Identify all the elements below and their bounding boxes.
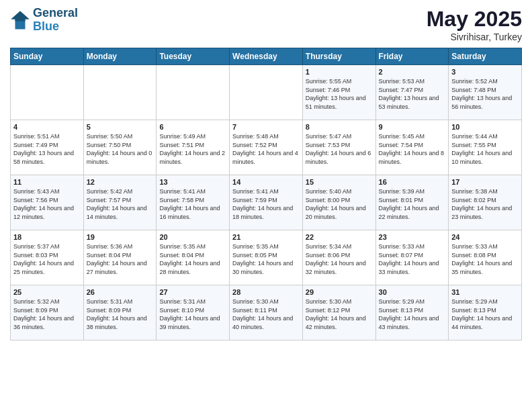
calendar-cell: 20Sunrise: 5:35 AMSunset: 8:04 PMDayligh…	[157, 230, 230, 285]
calendar-cell: 29Sunrise: 5:30 AMSunset: 8:12 PMDayligh…	[302, 285, 375, 340]
header-row: Sunday Monday Tuesday Wednesday Thursday…	[11, 48, 522, 65]
day-info: Sunrise: 5:35 AMSunset: 8:05 PMDaylight:…	[232, 242, 300, 276]
day-number: 5	[87, 123, 154, 131]
day-info: Sunrise: 5:48 AMSunset: 7:52 PMDaylight:…	[232, 132, 300, 166]
calendar-cell: 4Sunrise: 5:51 AMSunset: 7:49 PMDaylight…	[11, 120, 84, 175]
day-number: 4	[13, 123, 81, 131]
day-number: 11	[13, 178, 81, 186]
day-info: Sunrise: 5:51 AMSunset: 7:49 PMDaylight:…	[13, 132, 81, 166]
day-info: Sunrise: 5:38 AMSunset: 8:02 PMDaylight:…	[451, 187, 519, 221]
week-row-2: 4Sunrise: 5:51 AMSunset: 7:49 PMDaylight…	[11, 120, 522, 175]
week-row-1: 1Sunrise: 5:55 AMSunset: 7:46 PMDaylight…	[11, 65, 522, 120]
calendar-cell: 24Sunrise: 5:33 AMSunset: 8:08 PMDayligh…	[449, 230, 522, 285]
day-info: Sunrise: 5:36 AMSunset: 8:04 PMDaylight:…	[87, 242, 154, 276]
header-thursday: Thursday	[302, 48, 375, 65]
day-info: Sunrise: 5:45 AMSunset: 7:54 PMDaylight:…	[379, 132, 446, 166]
day-number: 21	[232, 233, 300, 241]
page-header: General Blue May 2025 Sivrihisar, Turkey	[10, 7, 522, 42]
calendar-cell: 26Sunrise: 5:31 AMSunset: 8:09 PMDayligh…	[83, 285, 157, 340]
day-info: Sunrise: 5:44 AMSunset: 7:55 PMDaylight:…	[451, 132, 519, 166]
logo-icon	[10, 10, 30, 30]
calendar-cell	[83, 65, 157, 120]
calendar-cell: 31Sunrise: 5:29 AMSunset: 8:13 PMDayligh…	[449, 285, 522, 340]
calendar-table: Sunday Monday Tuesday Wednesday Thursday…	[10, 48, 522, 340]
day-info: Sunrise: 5:34 AMSunset: 8:06 PMDaylight:…	[306, 242, 373, 276]
day-number: 22	[306, 233, 373, 241]
page-container: General Blue May 2025 Sivrihisar, Turkey…	[0, 0, 532, 347]
day-info: Sunrise: 5:41 AMSunset: 7:58 PMDaylight:…	[159, 187, 226, 221]
day-number: 7	[232, 123, 300, 131]
calendar-cell: 10Sunrise: 5:44 AMSunset: 7:55 PMDayligh…	[449, 120, 522, 175]
day-info: Sunrise: 5:40 AMSunset: 8:00 PMDaylight:…	[306, 187, 373, 221]
calendar-cell	[230, 65, 303, 120]
calendar-cell: 1Sunrise: 5:55 AMSunset: 7:46 PMDaylight…	[302, 65, 375, 120]
calendar-cell	[157, 65, 230, 120]
day-number: 26	[87, 288, 154, 296]
day-number: 12	[87, 178, 154, 186]
day-info: Sunrise: 5:30 AMSunset: 8:12 PMDaylight:…	[306, 298, 373, 331]
calendar-cell: 11Sunrise: 5:43 AMSunset: 7:56 PMDayligh…	[11, 175, 84, 230]
day-number: 29	[306, 288, 373, 296]
header-sunday: Sunday	[11, 48, 84, 65]
header-wednesday: Wednesday	[230, 48, 303, 65]
week-row-5: 25Sunrise: 5:32 AMSunset: 8:09 PMDayligh…	[11, 285, 522, 340]
week-row-4: 18Sunrise: 5:37 AMSunset: 8:03 PMDayligh…	[11, 230, 522, 285]
day-info: Sunrise: 5:29 AMSunset: 8:13 PMDaylight:…	[379, 298, 446, 331]
calendar-cell: 28Sunrise: 5:30 AMSunset: 8:11 PMDayligh…	[230, 285, 303, 340]
header-friday: Friday	[375, 48, 449, 65]
day-number: 10	[451, 123, 519, 131]
month-title: May 2025	[427, 7, 522, 32]
calendar-cell: 21Sunrise: 5:35 AMSunset: 8:05 PMDayligh…	[230, 230, 303, 285]
day-info: Sunrise: 5:55 AMSunset: 7:46 PMDaylight:…	[306, 77, 373, 111]
day-info: Sunrise: 5:50 AMSunset: 7:50 PMDaylight:…	[87, 132, 154, 166]
day-number: 31	[451, 288, 519, 296]
day-info: Sunrise: 5:33 AMSunset: 8:08 PMDaylight:…	[451, 242, 519, 276]
calendar-cell: 17Sunrise: 5:38 AMSunset: 8:02 PMDayligh…	[449, 175, 522, 230]
calendar-cell: 7Sunrise: 5:48 AMSunset: 7:52 PMDaylight…	[230, 120, 303, 175]
day-number: 2	[379, 68, 446, 76]
day-info: Sunrise: 5:37 AMSunset: 8:03 PMDaylight:…	[13, 242, 81, 276]
day-number: 8	[306, 123, 373, 131]
day-number: 18	[13, 233, 81, 241]
day-number: 23	[379, 233, 446, 241]
day-info: Sunrise: 5:31 AMSunset: 8:09 PMDaylight:…	[87, 298, 154, 331]
header-tuesday: Tuesday	[157, 48, 230, 65]
day-number: 15	[306, 178, 373, 186]
day-number: 20	[159, 233, 226, 241]
calendar-cell: 23Sunrise: 5:33 AMSunset: 8:07 PMDayligh…	[375, 230, 449, 285]
day-info: Sunrise: 5:43 AMSunset: 7:56 PMDaylight:…	[13, 187, 81, 221]
day-number: 19	[87, 233, 154, 241]
day-number: 14	[232, 178, 300, 186]
day-number: 30	[379, 288, 446, 296]
day-info: Sunrise: 5:53 AMSunset: 7:47 PMDaylight:…	[379, 77, 446, 111]
day-number: 16	[379, 178, 446, 186]
calendar-cell: 8Sunrise: 5:47 AMSunset: 7:53 PMDaylight…	[302, 120, 375, 175]
calendar-cell: 14Sunrise: 5:41 AMSunset: 7:59 PMDayligh…	[230, 175, 303, 230]
day-info: Sunrise: 5:39 AMSunset: 8:01 PMDaylight:…	[379, 187, 446, 221]
header-saturday: Saturday	[449, 48, 522, 65]
day-number: 17	[451, 178, 519, 186]
logo: General Blue	[10, 7, 78, 34]
calendar-cell: 27Sunrise: 5:31 AMSunset: 8:10 PMDayligh…	[157, 285, 230, 340]
day-number: 28	[232, 288, 300, 296]
day-info: Sunrise: 5:29 AMSunset: 8:13 PMDaylight:…	[451, 298, 519, 331]
day-number: 13	[159, 178, 226, 186]
calendar-cell: 5Sunrise: 5:50 AMSunset: 7:50 PMDaylight…	[83, 120, 157, 175]
calendar-cell: 13Sunrise: 5:41 AMSunset: 7:58 PMDayligh…	[157, 175, 230, 230]
day-info: Sunrise: 5:49 AMSunset: 7:51 PMDaylight:…	[159, 132, 226, 166]
day-number: 25	[13, 288, 81, 296]
day-info: Sunrise: 5:30 AMSunset: 8:11 PMDaylight:…	[232, 298, 300, 331]
day-number: 27	[159, 288, 226, 296]
calendar-cell: 15Sunrise: 5:40 AMSunset: 8:00 PMDayligh…	[302, 175, 375, 230]
svg-marker-1	[11, 11, 30, 21]
week-row-3: 11Sunrise: 5:43 AMSunset: 7:56 PMDayligh…	[11, 175, 522, 230]
day-number: 6	[159, 123, 226, 131]
calendar-cell: 2Sunrise: 5:53 AMSunset: 7:47 PMDaylight…	[375, 65, 449, 120]
location-subtitle: Sivrihisar, Turkey	[427, 32, 522, 42]
header-monday: Monday	[83, 48, 157, 65]
calendar-cell: 19Sunrise: 5:36 AMSunset: 8:04 PMDayligh…	[83, 230, 157, 285]
day-info: Sunrise: 5:52 AMSunset: 7:48 PMDaylight:…	[451, 77, 519, 111]
day-number: 9	[379, 123, 446, 131]
day-info: Sunrise: 5:32 AMSunset: 8:09 PMDaylight:…	[13, 298, 81, 331]
day-number: 24	[451, 233, 519, 241]
